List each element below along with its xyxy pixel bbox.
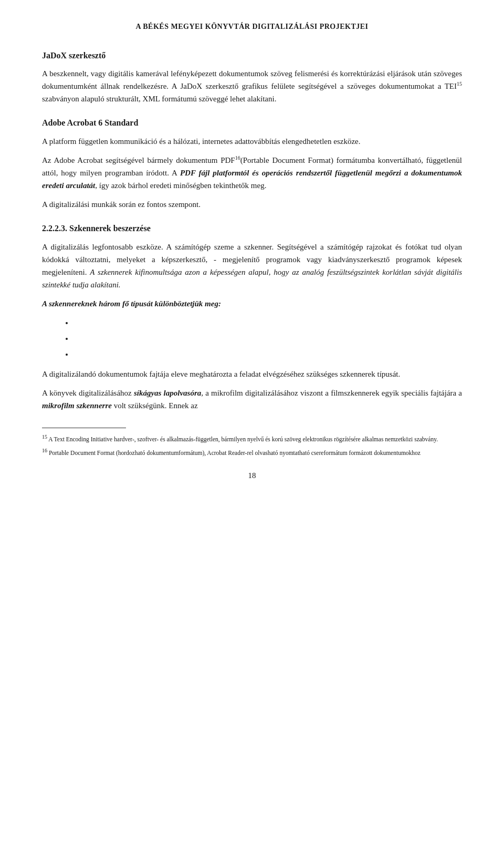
acrobat-paragraph-1: A platform független kommunikáció és a h… [42, 135, 462, 148]
acrobat-paragraph-2: Az Adobe Acrobat segítségével bármely do… [42, 154, 462, 192]
footnote-area: 15 A Text Encoding Initiative hardver-, … [42, 433, 462, 457]
szkennerek-paragraph-1: A digitalizálás legfontosabb eszköze. A … [42, 241, 462, 291]
header-title: A BÉKÉS MEGYEI KÖNYVTÁR DIGITALIZÁLÁSI P… [135, 23, 368, 30]
szkennerek-paragraph-3: A digitalizálandó dokumentumok fajtája e… [42, 368, 462, 380]
list-item [74, 348, 462, 360]
acrobat-paragraph-3: A digitalizálási munkák során ez fontos … [42, 198, 462, 211]
jadox-heading: JaDoX szerkesztő [42, 49, 462, 63]
list-item [74, 332, 462, 345]
footnote-16: 16 Portable Document Format (hordozható … [42, 447, 462, 458]
szkennerek-paragraph-2: A szkennereknek három fő típusát különbö… [42, 297, 462, 310]
footnote-15: 15 A Text Encoding Initiative hardver-, … [42, 433, 462, 444]
footnote-ref-15: 15 [457, 81, 462, 87]
acrobat-heading: Adobe Acrobat 6 Standard [42, 117, 462, 130]
page-header: A BÉKÉS MEGYEI KÖNYVTÁR DIGITALIZÁLÁSI P… [42, 21, 462, 33]
list-item [74, 316, 462, 329]
szkennerek-paragraph-4: A könyvek digitalizálásához síkágyas lap… [42, 387, 462, 412]
page-number: 18 [42, 470, 462, 482]
page: A BÉKÉS MEGYEI KÖNYVTÁR DIGITALIZÁLÁSI P… [0, 0, 504, 860]
footnote-ref-16: 16 [235, 155, 240, 161]
scanner-types-list [74, 316, 462, 360]
jadox-paragraph-1: A beszkennelt, vagy digitális kamerával … [42, 67, 462, 105]
szkennerek-heading: 2.2.2.3. Szkennerek beszerzése [42, 222, 462, 235]
footnote-divider [42, 428, 126, 428]
